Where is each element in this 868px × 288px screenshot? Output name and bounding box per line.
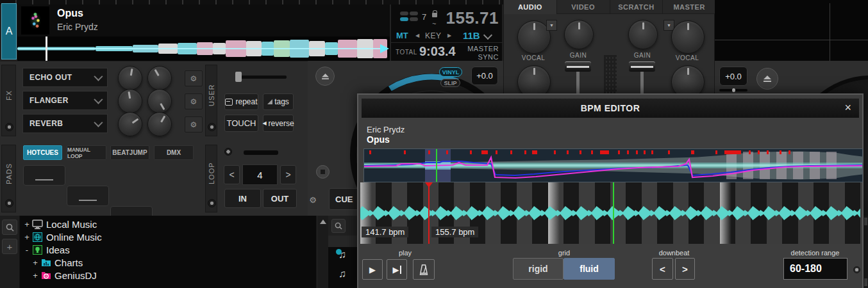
key-dropdown-icon[interactable] [483, 31, 492, 40]
sync-label[interactable]: SYNC [462, 53, 499, 61]
fx-3-knob-1[interactable] [118, 112, 142, 136]
pads-tab-beatjump[interactable]: BEATJUMP [110, 145, 149, 160]
tree-item-geniusdj[interactable]: + GeniusDJ [20, 269, 97, 282]
deck-a-waveform[interactable] [17, 36, 390, 61]
tree-item-ideas[interactable]: - Ideas [20, 243, 70, 256]
loop-double-label: > [285, 170, 290, 180]
file-search-button[interactable] [331, 219, 346, 233]
dialog-titlebar[interactable]: BPM EDITOR × [362, 99, 859, 118]
downbeat-next-button[interactable]: > [675, 258, 695, 280]
detection-range-dot[interactable] [853, 266, 860, 273]
pads-strip[interactable]: PADS [1, 145, 16, 212]
expander[interactable]: + [31, 258, 39, 268]
scroll-up-button[interactable] [318, 217, 328, 227]
tree-item-charts[interactable]: + Charts [20, 256, 83, 269]
loop-strip-dot[interactable] [208, 199, 216, 207]
pads-tab-dmx[interactable]: DMX [154, 145, 194, 160]
loop-in-button[interactable]: IN [224, 189, 261, 208]
beat-marker-red[interactable] [428, 182, 430, 244]
slider-handle[interactable] [235, 72, 242, 82]
vocal-knob-right[interactable] [671, 20, 705, 54]
fx-strip-dot[interactable] [5, 123, 13, 131]
fx-slot-3-select[interactable]: REVERB [22, 114, 108, 133]
fx-1-knob-2[interactable] [147, 66, 172, 90]
stop-button[interactable] [316, 165, 330, 179]
mixer-tab-scratch[interactable]: SCRATCH [610, 0, 664, 14]
fx-3-settings-button[interactable]: ⚙ [185, 116, 203, 132]
loop-double-button[interactable]: > [280, 165, 296, 184]
fx-slot-2-select[interactable]: FLANGER [22, 91, 108, 110]
deck-a-eject-button[interactable] [315, 67, 335, 86]
key-prev-icon[interactable]: ◀ [415, 33, 419, 38]
bpm-beatgrid-waveform[interactable]: 141.7 bpm 155.7 bpm [360, 182, 860, 244]
fx-3-knob-2[interactable] [147, 112, 172, 136]
pads-strip-dot[interactable] [5, 199, 13, 207]
loop-half-button[interactable]: < [224, 165, 240, 184]
grid-rigid-button[interactable]: rigid [513, 258, 563, 280]
deck-b-eject-button[interactable] [756, 68, 778, 90]
deck-b-pitch-display[interactable]: +0.0 [719, 67, 747, 86]
beat-marker-red-handle[interactable] [425, 182, 433, 188]
fx-2-knob-2[interactable] [147, 89, 172, 113]
browser-search-button[interactable] [2, 220, 17, 235]
loop-out-button[interactable]: OUT [263, 189, 297, 208]
pads-tab-manual-loop[interactable]: MANUAL LOOP [67, 145, 106, 160]
mixer-tab-audio[interactable]: AUDIO [504, 0, 557, 14]
expander[interactable]: + [31, 271, 39, 280]
slip-toggle[interactable]: SLIP [440, 79, 460, 87]
bpm-overview-waveform[interactable] [363, 148, 863, 182]
mixer-tab-master[interactable]: MASTER [663, 0, 715, 14]
volume-fader-right[interactable] [629, 61, 655, 72]
loop-mode-dot[interactable] [224, 148, 232, 156]
pads-tab-hotcues[interactable]: HOTCUES [23, 145, 62, 160]
album-art[interactable] [21, 6, 49, 35]
play-from-marker-button[interactable]: ▶ [387, 259, 407, 280]
fx-dry-wet-slider[interactable] [239, 76, 287, 79]
loop-strip[interactable]: LOOP [205, 145, 217, 212]
mt-toggle[interactable]: MT [396, 31, 408, 40]
detection-range-input[interactable]: 60-180 [783, 258, 847, 280]
close-icon[interactable]: × [844, 101, 851, 115]
expander[interactable]: + [23, 220, 31, 229]
fx-strip[interactable]: FX [1, 65, 16, 136]
touch-button[interactable]: TOUCH [224, 115, 258, 132]
key-value[interactable]: 11B [463, 30, 480, 41]
loop-size-display[interactable]: 4 [242, 164, 278, 185]
deck-b-pitch-slider[interactable] [719, 89, 747, 92]
gain-knob-left[interactable] [564, 20, 594, 49]
metronome-button[interactable] [413, 259, 435, 280]
expander[interactable]: - [23, 245, 31, 255]
gain-knob-right[interactable] [628, 20, 658, 49]
fx-slot-1-select[interactable]: ECHO OUT [22, 68, 108, 87]
downbeat-prev-button[interactable]: < [652, 258, 673, 280]
lock-icon[interactable] [431, 10, 438, 20]
deck-a-pitch-display[interactable]: +0.0 [471, 67, 498, 85]
jog-settings-button[interactable]: ⚙ [308, 195, 318, 205]
tree-item-online-music[interactable]: + Online Music [20, 230, 102, 243]
fx-1-knob-1[interactable] [118, 66, 142, 90]
user-strip-dot[interactable] [208, 123, 216, 131]
expander[interactable]: + [23, 232, 31, 242]
vinyl-toggle[interactable]: VINYL [439, 67, 462, 77]
browser-add-button[interactable]: + [2, 239, 17, 254]
fx-2-settings-button[interactable]: ⚙ [185, 93, 203, 109]
bpm-value[interactable]: 155.71 [441, 8, 499, 28]
volume-fader-left[interactable] [565, 61, 591, 72]
vocal-fx-select-left[interactable]: ▼ [546, 20, 557, 31]
tags-button[interactable]: tags [263, 93, 294, 110]
loop-length-bar[interactable] [244, 150, 278, 155]
repeat-button[interactable]: repeat [224, 93, 258, 110]
reverse-button[interactable]: ◀ reverse [263, 115, 294, 132]
grid-fluid-button[interactable]: fluid [563, 258, 615, 280]
deck-a-tab[interactable]: A [1, 3, 17, 60]
pad-button-2[interactable] [67, 186, 109, 206]
master-label[interactable]: MASTER [462, 45, 499, 52]
tree-scrollbar[interactable] [317, 216, 328, 288]
fx-1-settings-button[interactable]: ⚙ [185, 70, 203, 86]
play-button[interactable]: ▶ [362, 259, 383, 280]
tree-item-local-music[interactable]: + Local Music [20, 218, 97, 230]
pad-button-1[interactable] [23, 165, 65, 186]
user-strip[interactable]: USER [205, 65, 217, 136]
mixer-tab-video[interactable]: VIDEO [557, 0, 610, 14]
key-next-icon[interactable]: ▶ [447, 33, 451, 38]
